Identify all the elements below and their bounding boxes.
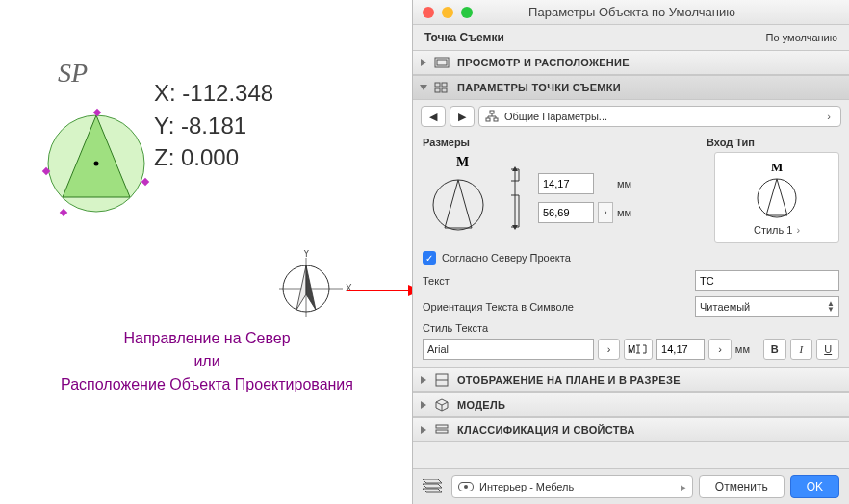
params-icon — [434, 80, 450, 95]
size2-stepper[interactable]: › — [598, 202, 613, 223]
italic-button[interactable]: I — [790, 339, 813, 360]
svg-marker-13 — [306, 265, 316, 310]
svg-rect-21 — [442, 88, 447, 92]
svg-rect-20 — [435, 88, 440, 92]
sp-label: SP — [58, 58, 88, 88]
minimize-window[interactable] — [442, 7, 453, 18]
eye-icon — [458, 482, 474, 491]
m-label: M — [456, 155, 469, 169]
classification-icon — [434, 422, 450, 438]
svg-rect-5 — [142, 178, 149, 186]
object-type-label: Точка Съемки — [424, 31, 504, 44]
font-select[interactable]: Arial — [423, 339, 594, 360]
svg-text:M: M — [628, 344, 635, 355]
layers-icon — [423, 479, 446, 494]
zoom-window[interactable] — [461, 7, 473, 18]
svg-rect-18 — [435, 83, 440, 87]
caption-line2: или — [29, 350, 385, 373]
titlebar: Параметры Объекта по Умолчанию — [413, 0, 849, 25]
fontsize-stepper[interactable]: › — [708, 339, 732, 360]
size1-input[interactable] — [538, 173, 594, 194]
svg-point-25 — [433, 180, 483, 230]
close-window[interactable] — [423, 7, 434, 18]
preview-icon — [434, 55, 450, 70]
layer-selector[interactable]: Интерьер - Мебель ▸ — [451, 475, 693, 498]
ok-button[interactable]: OK — [790, 475, 839, 498]
orientation-select[interactable]: Читаемый ▲▼ — [695, 296, 839, 317]
section-params[interactable]: ПАРАМЕТРЫ ТОЧКИ СЪЕМКИ — [413, 75, 849, 100]
bold-button[interactable]: B — [763, 339, 786, 360]
unit2: мм — [617, 207, 631, 218]
caption: Направление на Север или Расположение Об… — [29, 327, 385, 396]
unit1: мм — [617, 178, 631, 189]
default-link[interactable]: По умолчанию — [766, 32, 837, 43]
font-stepper[interactable]: › — [598, 339, 621, 360]
svg-rect-37 — [436, 425, 448, 428]
svg-marker-26 — [445, 180, 472, 228]
size-preview: M — [423, 152, 500, 239]
orientation-label: Ориентация Текста в Символе — [423, 301, 574, 313]
sizes-label: Размеры — [423, 137, 470, 148]
underline-button[interactable]: U — [816, 339, 839, 360]
svg-text:M: M — [771, 160, 783, 174]
size2-input[interactable] — [538, 202, 594, 223]
nav-path[interactable]: Общие Параметры... › — [478, 106, 841, 127]
fontsize-input[interactable] — [656, 339, 705, 360]
svg-text:Y: Y — [303, 250, 310, 259]
svg-rect-22 — [490, 111, 494, 113]
section-classification[interactable]: КЛАССИФИКАЦИЯ И СВОЙСТВА — [413, 417, 849, 442]
display-icon — [434, 372, 450, 388]
section-display[interactable]: ОТОБРАЖЕНИЕ НА ПЛАНЕ И В РАЗРЕЗЕ — [413, 367, 849, 392]
coord-y: Y: -8.181 — [154, 110, 273, 142]
hierarchy-icon — [485, 110, 499, 123]
north-compass: Y X — [270, 250, 356, 327]
svg-rect-23 — [486, 118, 490, 121]
dimension-brackets — [509, 152, 528, 234]
svg-point-32 — [758, 179, 796, 217]
section-model[interactable]: МОДЕЛЬ — [413, 392, 849, 417]
text-measure-icon: M — [624, 339, 653, 360]
window-title: Параметры Объекта по Умолчанию — [473, 5, 791, 19]
svg-rect-19 — [442, 83, 447, 87]
chevron-updown-icon: ▲▼ — [827, 301, 835, 313]
svg-rect-6 — [60, 209, 67, 216]
coord-z: Z: 0.000 — [154, 141, 273, 174]
svg-marker-12 — [296, 265, 306, 310]
section-preview[interactable]: ПРОСМОТР И РАСПОЛОЖЕНИЕ — [413, 50, 849, 75]
settings-panel: Параметры Объекта по Умолчанию Точка Съе… — [412, 0, 849, 504]
svg-marker-33 — [766, 179, 787, 215]
survey-point-symbol[interactable] — [29, 96, 164, 231]
fontsize-unit: мм — [735, 343, 750, 355]
cancel-button[interactable]: Отменить — [699, 475, 785, 498]
nav-back[interactable]: ◀ — [421, 106, 446, 127]
type-label: Вход Тип — [707, 137, 755, 148]
textstyle-label: Стиль Текста — [423, 322, 488, 334]
caption-line3: Расположение Объекта Проектирования — [29, 373, 385, 396]
nav-forward[interactable]: ▶ — [450, 106, 475, 127]
style-name: Стиль 1 — [754, 224, 792, 236]
coord-x: X: -112.348 — [154, 77, 273, 110]
text-field-label: Текст — [423, 275, 450, 287]
svg-rect-38 — [436, 430, 448, 433]
project-north-checkbox[interactable]: ✓ — [423, 251, 436, 265]
model-icon — [434, 397, 450, 413]
svg-rect-17 — [437, 60, 447, 65]
caption-line1: Направление на Север — [29, 327, 385, 350]
type-preview[interactable]: M Стиль 1 › — [714, 152, 839, 243]
svg-rect-24 — [494, 118, 498, 121]
annotation-arrow — [347, 284, 422, 297]
svg-point-2 — [94, 162, 99, 166]
project-north-label: Согласно Северу Проекта — [442, 252, 571, 264]
text-field-input[interactable] — [695, 270, 839, 291]
coordinates: X: -112.348 Y: -8.181 Z: 0.000 — [154, 77, 273, 174]
